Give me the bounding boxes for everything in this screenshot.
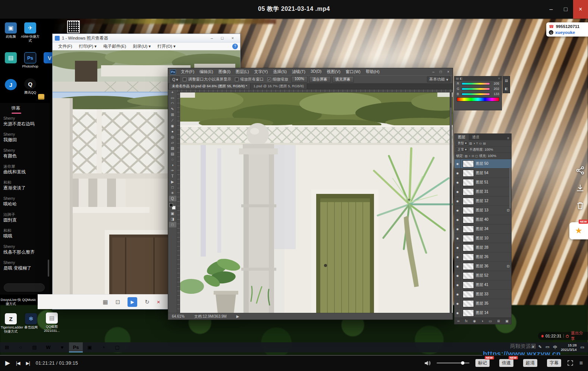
layer-row[interactable]: ◉ 图层 14 — [455, 308, 511, 318]
layer-visibility-eye-icon[interactable]: ◉ — [455, 262, 461, 271]
chat-scrollbar[interactable] — [48, 260, 49, 277]
minimize-button[interactable]: – — [207, 36, 217, 40]
player-feature-button[interactable]: 倍速 NEW — [499, 359, 513, 367]
canvas-scrollbar[interactable] — [450, 92, 452, 314]
zoom-action-button[interactable]: 适合屏幕 — [309, 76, 331, 83]
layer-visibility-eye-icon[interactable]: ◉ — [455, 224, 461, 233]
tool-icon[interactable]: Q — [169, 196, 176, 201]
volume-icon[interactable] — [424, 360, 431, 366]
layer-row[interactable]: ◉ 图层 10 — [455, 234, 511, 243]
workspace-switcher[interactable]: 基本功能 ▾ — [427, 76, 450, 82]
tool-icon[interactable]: ✳ — [169, 190, 176, 196]
menu-item[interactable]: 打印(P) ▾ — [76, 44, 100, 49]
layer-thumbnail[interactable] — [463, 216, 474, 223]
player-feature-button[interactable]: 超清 — [523, 359, 537, 367]
lock-option-icon[interactable]: + — [469, 154, 471, 158]
chat-input[interactable] — [4, 283, 45, 292]
layer-row[interactable]: ◉ 图层 13 ⊡ — [455, 206, 511, 215]
desktop-icon-qq[interactable]: Q 腾讯QQ — [20, 78, 40, 95]
layers-footer-icon[interactable]: ▭ — [488, 319, 492, 323]
layers-scrollbar[interactable] — [509, 167, 511, 208]
taskbar-app-icon[interactable]: ◔ — [97, 342, 110, 352]
maximize-button[interactable]: □ — [559, 0, 573, 19]
tool-icon[interactable]: ◠ — [169, 101, 176, 106]
tool-icon[interactable]: ● — [169, 129, 176, 134]
blend-mode-dropdown[interactable]: 正常 ▾ — [456, 147, 468, 152]
hamburger-icon[interactable] — [38, 94, 44, 100]
tool-icon[interactable]: ✎ — [169, 106, 176, 112]
taskbar-app-icon[interactable]: ▣ — [83, 342, 97, 352]
layer-visibility-eye-icon[interactable]: ◉ — [455, 280, 461, 289]
panel-tabs-icon[interactable]: ▤ ◧ — [456, 76, 462, 81]
tool-icon[interactable]: ◉ — [169, 123, 176, 129]
layer-name[interactable]: 图层 54 — [476, 170, 507, 176]
document-tab[interactable]: 未命名作品 10.psd @ 64.6% (图层 55, RGB/8) * — [169, 84, 251, 89]
layer-thumbnail[interactable] — [463, 300, 474, 307]
layer-visibility-eye-icon[interactable]: ◉ — [455, 308, 461, 317]
star-icon[interactable]: ★ — [575, 226, 582, 236]
channel-slider[interactable] — [462, 88, 490, 90]
layer-visibility-eye-icon[interactable]: ◉ — [455, 271, 461, 280]
tab-channels[interactable]: 通道 — [469, 134, 483, 140]
tool-icon[interactable]: ⊞ — [169, 112, 176, 117]
filter-icon[interactable]: T — [476, 142, 478, 145]
layer-thumbnail[interactable] — [463, 188, 474, 195]
layer-row[interactable]: ◉ 图层 41 — [455, 280, 511, 290]
layer-thumbnail[interactable] — [463, 235, 474, 242]
status-arrow-icon[interactable]: ▶ — [236, 314, 239, 318]
close-button[interactable]: × — [573, 0, 588, 19]
playlist-icon[interactable]: ≡ — [579, 360, 583, 367]
lock-option-icon[interactable]: ▨ — [465, 154, 468, 158]
option-checkbox[interactable]: 调整窗口大小以满屏显示 — [183, 77, 231, 82]
zoom-tool-preset[interactable]: Q ▾ — [170, 76, 180, 82]
maximize-button[interactable]: □ — [440, 70, 442, 74]
checkbox[interactable]: ✓ — [267, 78, 271, 81]
layer-name[interactable]: 图层 14 — [476, 310, 507, 315]
menu-item[interactable]: 3D(D) — [308, 69, 324, 75]
channel-slider[interactable] — [462, 93, 490, 95]
zoom-level[interactable]: 64.61% — [172, 314, 185, 318]
close-button[interactable]: × — [227, 36, 238, 40]
layers-footer-icon[interactable]: ⊞ — [497, 319, 500, 323]
layer-name[interactable]: 图层 33 — [476, 292, 507, 297]
rotate-icon[interactable]: ↻ — [145, 299, 150, 305]
foreground-color-swatch[interactable] — [169, 203, 173, 207]
desktop-icon-douyu[interactable]: DouyuLive-快捷方式 — [0, 297, 22, 306]
desktop-icon-photoshop[interactable]: Ps Photoshop — [20, 52, 40, 69]
tab-layers[interactable]: 图层 — [455, 134, 469, 140]
player-feature-button[interactable]: 标记 NEW — [475, 359, 490, 367]
tool-mode-icon[interactable]: □ — [169, 222, 176, 227]
layers-footer-icon[interactable]: ∞ — [457, 319, 459, 323]
layer-row[interactable]: ◉ 图层 35 — [455, 299, 511, 308]
layer-visibility-eye-icon[interactable]: ◉ — [455, 252, 461, 261]
taskbar-app-icon[interactable]: W — [41, 342, 55, 352]
color-spectrum-bar[interactable] — [457, 97, 499, 101]
collapsed-panel-dock[interactable]: ▤ ◧ — [503, 76, 510, 93]
taskbar-app-icon[interactable]: ♥ — [55, 342, 69, 352]
chat-message-list[interactable]: Sherry 光源不是右边吗 Sherry 我撤回 Sherry 有颜色 迷你犀… — [0, 116, 50, 276]
taskbar-app-icon[interactable]: ▢ — [110, 342, 124, 352]
next-button[interactable]: ▶| — [26, 361, 29, 366]
layer-row[interactable]: ◉ 图层 50 — [455, 159, 511, 169]
fill-control[interactable]: 填充: 100% — [479, 154, 496, 158]
lock-option-icon[interactable]: ⊡ — [472, 154, 474, 158]
menu-item[interactable]: 选择(S) — [270, 69, 289, 75]
thumbnail-view-icon[interactable]: ▦ — [103, 299, 108, 305]
menu-item[interactable]: 编辑(E) — [197, 69, 216, 75]
photoshop-titlebar[interactable]: Ps 文件(F)编辑(E)图像(I)图层(L)文字(Y)选择(S)滤镜(T)3D… — [168, 68, 453, 75]
tray-icon[interactable]: ✎ — [538, 345, 542, 350]
document-tab[interactable]: 1.psd @ 16.7% (图层 5, RGB/8) — [251, 84, 307, 89]
layer-name[interactable]: 图层 36 — [476, 264, 507, 269]
tool-icon[interactable]: + — [169, 89, 176, 95]
trash-icon[interactable] — [575, 201, 585, 210]
photo-viewer-titlebar[interactable]: 1 - Windows 照片查看器 – □ × — [53, 34, 240, 43]
player-feature-button[interactable]: 字幕 — [547, 359, 561, 367]
menu-item[interactable]: 图像(I) — [216, 69, 233, 75]
opacity-control[interactable]: 不透明度: 100% — [469, 147, 493, 152]
tool-icon[interactable]: ◑ — [169, 162, 176, 168]
layer-thumbnail[interactable] — [463, 198, 474, 205]
layer-thumbnail[interactable] — [463, 291, 474, 298]
menu-item[interactable]: 文件(F) — [55, 44, 76, 49]
layer-visibility-eye-icon[interactable]: ◉ — [455, 206, 461, 215]
layer-name[interactable]: 图层 50 — [476, 161, 507, 166]
